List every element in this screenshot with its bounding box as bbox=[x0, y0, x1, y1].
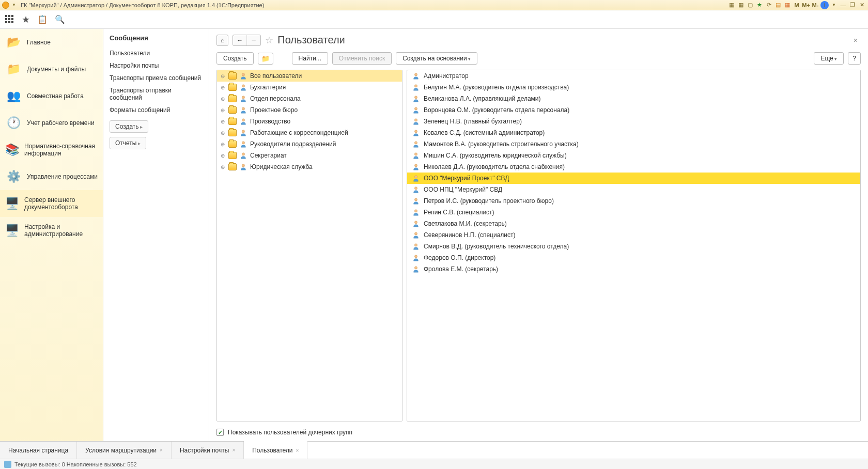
titlebar-icon-3[interactable]: ▢ bbox=[746, 1, 754, 9]
home-button[interactable]: ⌂ bbox=[216, 35, 228, 46]
tab-0[interactable]: Начальная страница bbox=[0, 442, 77, 459]
statusbar: Текущие вызовы: 0 Накопленные вызовы: 55… bbox=[0, 459, 868, 469]
favorites-icon[interactable]: ★ bbox=[22, 14, 30, 25]
user-row[interactable]: Северянинов Н.П. (специалист) bbox=[407, 229, 860, 241]
back-button[interactable]: ← bbox=[233, 35, 247, 45]
svg-point-1 bbox=[242, 85, 244, 87]
apps-grid-icon[interactable] bbox=[5, 15, 14, 24]
titlebar-star-icon[interactable]: ★ bbox=[755, 1, 764, 9]
titlebar-calc-icon[interactable]: ▤ bbox=[774, 1, 782, 9]
user-row[interactable]: Светлакова М.И. (секретарь) bbox=[407, 218, 860, 229]
find-button[interactable]: Найти... bbox=[292, 52, 328, 65]
expand-icon[interactable]: ⊕ bbox=[220, 142, 225, 147]
user-row[interactable]: Воронцова О.М. (руководитель отдела перс… bbox=[407, 104, 860, 116]
group-row[interactable]: ⊕Юридическая служба bbox=[217, 161, 402, 173]
info-icon[interactable]: i bbox=[820, 1, 829, 9]
group-row[interactable]: ⊕Проектное бюро bbox=[217, 104, 402, 116]
user-label: Смирнов В.Д. (руководитель технического … bbox=[424, 243, 569, 250]
group-row[interactable]: ⊕Работающие с корреспонденцией bbox=[217, 127, 402, 138]
user-row[interactable]: Федоров О.П. (директор) bbox=[407, 252, 860, 263]
maximize-icon[interactable]: ❐ bbox=[848, 1, 857, 9]
forward-button[interactable]: → bbox=[247, 35, 260, 45]
subnav-link-4[interactable]: Форматы сообщений bbox=[110, 104, 203, 116]
titlebar-dd2[interactable]: ▼ bbox=[830, 1, 838, 9]
help-button[interactable]: ? bbox=[848, 52, 861, 65]
create-based-button[interactable]: Создать на основании bbox=[396, 52, 477, 65]
show-children-checkbox[interactable]: ✓ bbox=[216, 429, 224, 436]
expand-icon[interactable]: ⊕ bbox=[220, 96, 225, 102]
tab-1[interactable]: Условия маршрутизации× bbox=[77, 442, 172, 459]
expand-icon[interactable]: ⊕ bbox=[220, 153, 225, 159]
user-row[interactable]: ООО НПЦ "Меркурий" СВД bbox=[407, 184, 860, 195]
users-panel[interactable]: АдминистраторБелугин М.А. (руководитель … bbox=[407, 70, 861, 421]
create-folder-button[interactable]: 📁 bbox=[258, 53, 273, 65]
close-icon[interactable]: ✕ bbox=[858, 1, 866, 9]
svg-point-3 bbox=[242, 107, 244, 110]
titlebar-cal-icon[interactable]: ▦ bbox=[783, 1, 792, 9]
expand-icon[interactable]: ⊕ bbox=[220, 164, 225, 170]
group-row[interactable]: ⊕Производство bbox=[217, 116, 402, 127]
group-row[interactable]: ⊖Все пользователи bbox=[217, 70, 402, 82]
titlebar-icon-2[interactable]: ▦ bbox=[737, 1, 745, 9]
expand-icon[interactable]: ⊕ bbox=[220, 130, 225, 136]
user-row[interactable]: Мамонтов В.А. (руководитель строительног… bbox=[407, 138, 860, 150]
user-icon bbox=[412, 72, 420, 80]
titlebar-icon-5[interactable]: ⟳ bbox=[765, 1, 773, 9]
minimize-icon[interactable]: — bbox=[839, 1, 847, 9]
user-row[interactable]: Николаев Д.А. (руководитель отдела снабж… bbox=[407, 161, 860, 173]
sidebar-item-5[interactable]: ⚙️Управление процессами bbox=[0, 163, 103, 190]
subnav-link-3[interactable]: Транспорты отправки сообщений bbox=[110, 84, 203, 104]
user-row[interactable]: Ковалев С.Д. (системный администратор) bbox=[407, 127, 860, 138]
group-row[interactable]: ⊕Руководители подразделений bbox=[217, 138, 402, 150]
sidebar-item-0[interactable]: 📂Главное bbox=[0, 29, 103, 56]
memory-mplus[interactable]: M+ bbox=[802, 1, 810, 9]
user-row[interactable]: Зеленец Н.В. (главный бухгалтер) bbox=[407, 116, 860, 127]
more-button[interactable]: Еще bbox=[814, 52, 844, 65]
user-icon bbox=[412, 209, 420, 216]
sidebar-item-2[interactable]: 👥Совместная работа bbox=[0, 83, 103, 110]
group-row[interactable]: ⊕Бухгалтерия bbox=[217, 82, 402, 93]
group-row[interactable]: ⊕Отдел персонала bbox=[217, 93, 402, 104]
subnav-link-0[interactable]: Пользователи bbox=[110, 47, 203, 59]
user-row[interactable]: ООО "Меркурий Проект" СВД bbox=[407, 173, 860, 184]
memory-m[interactable]: M bbox=[793, 1, 801, 9]
tab-close-icon[interactable]: × bbox=[232, 447, 235, 453]
titlebar-icon-1[interactable]: ▦ bbox=[727, 1, 736, 9]
user-row[interactable]: Великанова Л.А. (управляющий делами) bbox=[407, 93, 860, 104]
expand-icon[interactable]: ⊕ bbox=[220, 119, 225, 124]
user-row[interactable]: Мишин С.А. (руководитель юридической слу… bbox=[407, 150, 860, 161]
sidebar-item-4[interactable]: 📚Нормативно-справочная информация bbox=[0, 136, 103, 163]
expand-icon[interactable]: ⊖ bbox=[220, 73, 225, 79]
user-row[interactable]: Репин С.В. (специалист) bbox=[407, 207, 860, 218]
sidebar-item-6[interactable]: 🖥️Сервер внешнего документооборота bbox=[0, 190, 103, 217]
tab-close-icon[interactable]: × bbox=[160, 447, 163, 453]
expand-icon[interactable]: ⊕ bbox=[220, 85, 225, 90]
user-row[interactable]: Фролова Е.М. (секретарь) bbox=[407, 263, 860, 275]
user-row[interactable]: Администратор bbox=[407, 70, 860, 82]
svg-point-16 bbox=[414, 153, 417, 155]
user-row[interactable]: Белугин М.А. (руководитель отдела произв… bbox=[407, 82, 860, 93]
tab-3[interactable]: Пользователи× bbox=[244, 441, 307, 459]
subnav-create-button[interactable]: Создать bbox=[110, 120, 148, 133]
group-row[interactable]: ⊕Секретариат bbox=[217, 150, 402, 161]
user-row[interactable]: Смирнов В.Д. (руководитель технического … bbox=[407, 241, 860, 252]
expand-icon[interactable]: ⊕ bbox=[220, 107, 225, 113]
subnav-reports-button[interactable]: Отчеты bbox=[110, 137, 146, 149]
groups-panel[interactable]: ⊖Все пользователи⊕Бухгалтерия⊕Отдел перс… bbox=[216, 70, 402, 421]
tab-label: Начальная страница bbox=[8, 447, 68, 454]
clipboard-icon[interactable]: 📋 bbox=[37, 14, 48, 24]
subnav-link-1[interactable]: Настройки почты bbox=[110, 59, 203, 72]
memory-mminus[interactable]: M- bbox=[811, 1, 819, 9]
tab-close-icon[interactable]: × bbox=[296, 448, 299, 454]
search-icon[interactable]: 🔍 bbox=[55, 14, 65, 24]
sidebar-item-3[interactable]: 🕐Учет рабочего времени bbox=[0, 110, 103, 136]
create-button[interactable]: Создать bbox=[216, 52, 254, 65]
close-page-icon[interactable]: × bbox=[850, 36, 861, 44]
tab-2[interactable]: Настройки почты× bbox=[172, 442, 244, 459]
titlebar-dropdown-icon[interactable]: ▼ bbox=[10, 2, 18, 9]
favorite-page-icon[interactable]: ☆ bbox=[265, 35, 273, 46]
sidebar-item-7[interactable]: 🖥️Настройка и администрирование bbox=[0, 217, 103, 244]
subnav-link-2[interactable]: Транспорты приема сообщений bbox=[110, 72, 203, 84]
sidebar-item-1[interactable]: 📁Документы и файлы bbox=[0, 56, 103, 83]
user-row[interactable]: Петров И.С. (руководитель проектного бюр… bbox=[407, 195, 860, 207]
